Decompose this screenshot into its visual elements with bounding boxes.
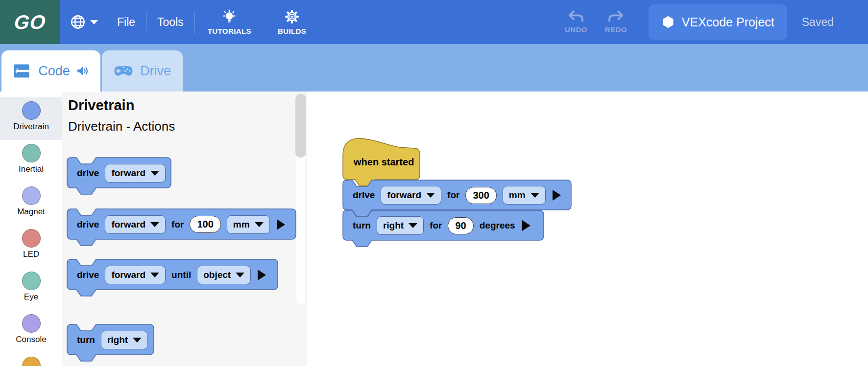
- topbar-divider: [194, 11, 195, 33]
- palette-scrollbar-track: [296, 94, 305, 304]
- category-sidebar: Drivetrain Inertial Magnet LED Eye Conso…: [0, 92, 62, 366]
- block-label: for: [430, 220, 442, 231]
- expand-toggle-icon[interactable]: [553, 190, 561, 201]
- canvas-hat-when-started[interactable]: when started: [343, 138, 420, 180]
- tabbar: Code Drive: [0, 44, 868, 92]
- category-label: LED: [23, 250, 39, 259]
- block-label: for: [171, 219, 184, 230]
- block-label: drive: [77, 219, 99, 230]
- redo-label: REDO: [605, 25, 627, 34]
- angle-value-input[interactable]: 90: [448, 217, 473, 234]
- distance-value-input[interactable]: 100: [190, 216, 220, 233]
- topbar: GO File Tools: [0, 0, 868, 44]
- hexagon-icon: [661, 15, 675, 29]
- distance-value-input[interactable]: 300: [465, 187, 496, 204]
- workspace-canvas: when started drive forward for 300 mm: [307, 92, 868, 366]
- tab-code[interactable]: Code: [1, 50, 100, 92]
- tab-code-label: Code: [38, 64, 70, 79]
- tutorials-button[interactable]: TUTORIALS: [201, 0, 258, 44]
- category-dot: [22, 272, 41, 290]
- dropdown-caret-icon: [236, 273, 244, 277]
- canvas-block-turn-for[interactable]: turn right for 90 degrees: [343, 210, 544, 241]
- palette-block-drive[interactable]: drive forward: [67, 158, 171, 188]
- category-eye[interactable]: Eye: [0, 268, 62, 310]
- lightbulb-icon: [221, 9, 237, 24]
- category-console[interactable]: Console: [0, 310, 62, 353]
- builds-button[interactable]: BUILDS: [271, 0, 313, 44]
- gamepad-icon: [114, 62, 133, 80]
- speaker-icon: [77, 64, 89, 78]
- block-label: until: [171, 270, 191, 280]
- project-name: VEXcode Project: [682, 15, 774, 29]
- dropdown-caret-icon: [150, 171, 159, 176]
- vexcode-go-app: GO File Tools: [0, 0, 868, 366]
- tools-menu-button[interactable]: Tools: [146, 0, 194, 44]
- category-dot: [22, 186, 41, 205]
- palette-scrollbar-thumb[interactable]: [295, 94, 306, 158]
- category-led[interactable]: LED: [0, 225, 62, 268]
- block-label: turn: [353, 220, 371, 231]
- palette-block-turn[interactable]: turn right: [67, 324, 154, 355]
- redo-button[interactable]: REDO: [596, 0, 636, 44]
- category-dot: [22, 314, 41, 333]
- block-label: drive: [77, 270, 99, 280]
- file-menu-button[interactable]: File: [106, 0, 146, 44]
- category-inertial[interactable]: Inertial: [0, 140, 62, 183]
- undo-button[interactable]: UNDO: [556, 0, 596, 44]
- category-dot: [22, 357, 41, 366]
- category-dot: [22, 144, 41, 162]
- expand-toggle-icon[interactable]: [258, 270, 266, 280]
- dropdown-caret-icon: [530, 193, 539, 198]
- palette-block-drive-until[interactable]: drive forward until object: [67, 259, 278, 290]
- block-label: drive: [77, 168, 99, 179]
- gear-icon: [284, 9, 300, 24]
- main-content: Drivetrain Inertial Magnet LED Eye Conso…: [0, 92, 868, 366]
- hat-label: when started: [354, 157, 414, 167]
- direction-dropdown[interactable]: forward: [105, 164, 166, 183]
- direction-dropdown[interactable]: forward: [381, 186, 441, 205]
- language-menu-button[interactable]: [60, 0, 106, 44]
- dropdown-caret-icon: [150, 273, 159, 277]
- block-palette: Drivetrain Drivetrain - Actions drive fo…: [62, 92, 307, 366]
- category-magnet[interactable]: Magnet: [0, 183, 62, 225]
- category-partial[interactable]: [0, 353, 62, 366]
- category-label: Drivetrain: [13, 122, 49, 132]
- palette-subtitle: Drivetrain - Actions: [68, 119, 175, 134]
- dropdown-caret-icon: [426, 193, 435, 198]
- category-dot: [22, 229, 41, 248]
- block-label: drive: [353, 190, 375, 201]
- block-label: turn: [77, 335, 95, 345]
- expand-toggle-icon[interactable]: [522, 220, 530, 231]
- unit-dropdown[interactable]: mm: [227, 215, 270, 234]
- canvas-block-drive-for[interactable]: drive forward for 300 mm: [343, 180, 572, 210]
- category-label: Eye: [24, 292, 38, 302]
- unit-dropdown[interactable]: mm: [503, 186, 546, 205]
- code-blocks-icon: [13, 61, 31, 81]
- turn-direction-dropdown[interactable]: right: [377, 216, 424, 235]
- dropdown-caret-icon: [255, 222, 264, 227]
- globe-icon: [70, 14, 86, 30]
- direction-dropdown[interactable]: forward: [105, 215, 166, 234]
- turn-direction-dropdown[interactable]: right: [101, 331, 148, 349]
- chevron-down-icon: [90, 20, 98, 24]
- go-logo[interactable]: GO: [0, 0, 60, 44]
- project-name-chip[interactable]: VEXcode Project: [649, 4, 787, 40]
- condition-dropdown[interactable]: object: [197, 266, 251, 284]
- category-label: Inertial: [19, 164, 44, 174]
- tab-drive[interactable]: Drive: [102, 50, 183, 92]
- category-drivetrain[interactable]: Drivetrain: [0, 97, 62, 140]
- undo-icon: [567, 10, 585, 23]
- tutorials-label: TUTORIALS: [208, 27, 251, 35]
- block-label: degrees: [480, 220, 515, 231]
- direction-dropdown[interactable]: forward: [105, 266, 166, 284]
- undo-label: UNDO: [565, 25, 587, 34]
- builds-label: BUILDS: [278, 27, 306, 35]
- palette-title: Drivetrain: [68, 97, 134, 114]
- category-label: Magnet: [17, 207, 45, 217]
- palette-block-drive-for[interactable]: drive forward for 100 mm: [67, 209, 296, 240]
- category-dot: [22, 101, 41, 120]
- dropdown-caret-icon: [133, 338, 142, 343]
- redo-icon: [607, 10, 625, 23]
- category-label: Console: [16, 335, 46, 344]
- expand-toggle-icon[interactable]: [277, 219, 285, 230]
